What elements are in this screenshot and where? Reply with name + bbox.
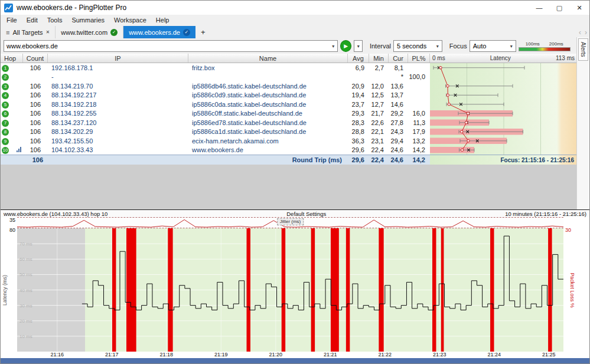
count-cell: 106 [23,110,48,117]
trace-toolbar: ▾ ▶ ▾ Interval 5 seconds ▾ Focus Auto ▾ … [1,38,589,54]
hop-cell: 2 [1,73,23,81]
cur-cell: 29,4 [389,137,408,145]
hop-number-badge: 4 [2,92,9,99]
latency-time-plot[interactable]: 70 ms60 ms50 ms40 ms30 ms20 ms10 ms [17,228,563,352]
header-pl[interactable]: PL% [408,54,430,63]
trace-options-dropdown[interactable]: ▾ [354,40,362,52]
tab-twitter[interactable]: www.twitter.com ✓ [56,26,123,38]
jitter-row: 35 Jitter (ms) [1,217,589,228]
x-tick-label: 21:18 [160,352,174,358]
hop-cell: 1 [1,64,23,72]
header-min[interactable]: Min [369,54,389,63]
name-cell: ip5886db46.static.kabel-deutschland.de [188,83,348,90]
target-input[interactable] [4,42,329,50]
title-bar: www.ebookers.de - PingPlotter Pro — ▢ ✕ [1,1,589,15]
latency-plot-row: 80 Latency (ms) 70 ms60 ms50 ms40 ms30 m… [1,228,589,352]
x-tick-label: 21:16 [51,352,64,358]
min-cell: 12,0 [369,83,389,90]
tab-check-icon: ✓ [110,29,118,36]
tab-label: All Targets [12,29,43,36]
minimize-button[interactable]: — [529,1,549,15]
header-avg[interactable]: Avg [348,54,369,63]
x-tick-label: 21:19 [214,352,228,358]
tab-scroll-left-icon[interactable]: ‹ [579,28,581,37]
header-cur[interactable]: Cur [389,54,408,63]
menu-help[interactable]: Help [151,15,174,26]
min-cell: 22,1 [369,128,389,135]
ip-cell: 88.134.202.29 [48,128,188,135]
count-cell: 106 [23,83,48,90]
menu-workspace[interactable]: Workspace [109,15,151,26]
target-combobox[interactable]: ▾ [4,40,338,52]
header-count[interactable]: Count [23,54,48,63]
chevron-down-icon: ▾ [507,44,516,49]
cur-cell: 14,6 [389,101,408,108]
alerts-rail: Alerts [576,37,589,209]
tab-all-targets[interactable]: ≡ All Targets ✕ [1,26,56,38]
avg-cell: 29,6 [348,146,369,153]
maximize-button[interactable]: ▢ [549,1,569,15]
interval-label: Interval [370,42,391,50]
header-ip[interactable]: IP [48,54,188,63]
chevron-down-icon: ▾ [433,44,442,49]
header-latency-scale: 0 ms Latency 113 ms [430,54,578,63]
focus-label: Focus [449,42,467,50]
min-cell: 23,1 [369,137,389,145]
avg-cell: 19,4 [348,91,369,99]
tab-label: www.ebookers.de [129,29,180,36]
tab-scroll-right-icon[interactable]: › [585,28,587,37]
jitter-max-label: 35 [9,217,15,223]
ip-cell: 104.102.33.43 [48,146,188,153]
interval-select[interactable]: 5 seconds ▾ [393,40,442,52]
round-trip-row: 106 Round Trip (ms) 29,6 22,4 24,6 14,2 … [1,155,578,165]
hop-latency-mini-graph [430,63,578,155]
avg-cell: 29,3 [348,110,369,117]
round-trip-cur: 24,6 [389,156,408,163]
menu-edit[interactable]: Edit [22,15,43,26]
close-button[interactable]: ✕ [569,1,589,15]
ip-cell: - [48,73,188,80]
pl-cell: 17,9 [408,128,430,135]
x-tick-label: 21:25 [542,352,556,358]
x-tick-label: 21:20 [269,352,283,358]
menu-summaries[interactable]: Summaries [67,15,109,26]
timeline-scrollbar[interactable] [1,358,589,363]
chevron-down-icon: ▾ [357,44,360,49]
gridline-label: 50 ms [19,272,32,277]
x-tick-label: 21:21 [324,352,337,358]
avg-cell: 28,3 [348,119,369,126]
pl-cell: 11,3 [408,119,430,126]
new-tab-button[interactable]: + [195,26,211,38]
cur-cell: 24,6 [389,146,408,153]
avg-cell: 6,9 [348,64,369,71]
alerts-tab[interactable]: Alerts [578,38,588,61]
count-cell: 106 [23,146,48,153]
header-hop[interactable]: Hop [1,54,23,63]
graph-settings-title[interactable]: Default Settings [286,211,326,217]
hop-cell: 3 [1,82,23,90]
menu-file[interactable]: File [2,15,22,26]
close-tab-icon[interactable]: ✕ [46,29,50,35]
tab-check-icon: ✓ [183,29,190,36]
tab-ebookers[interactable]: www.ebookers.de ✓ [123,26,195,38]
right-axis-label: Packet Loss % [569,273,575,308]
count-cell: 106 [23,119,48,126]
hop-number-badge: 8 [2,129,9,136]
pl-cell: 13,2 [408,137,430,145]
left-axis-label: Latency (ms) [2,274,8,305]
round-trip-label: Round Trip (ms) [188,156,348,163]
header-name[interactable]: Name [188,54,348,63]
focus-select[interactable]: Auto ▾ [470,40,516,52]
jitter-strip[interactable]: Jitter (ms) [17,217,563,228]
legend-200ms: 200ms [549,41,563,47]
menu-tools[interactable]: Tools [43,15,67,26]
pl-cell: 14,2 [408,146,430,153]
ip-cell: 88.134.192.255 [48,110,188,117]
start-trace-button[interactable]: ▶ [340,40,351,52]
pl-cell: 16,0 [408,110,430,117]
avg-cell: 23,7 [348,101,369,108]
hop-number-badge: 2 [2,74,9,81]
min-cell: 22,4 [369,146,389,153]
target-dropdown-icon[interactable]: ▾ [329,44,337,49]
hop-number-badge: 5 [2,101,9,109]
